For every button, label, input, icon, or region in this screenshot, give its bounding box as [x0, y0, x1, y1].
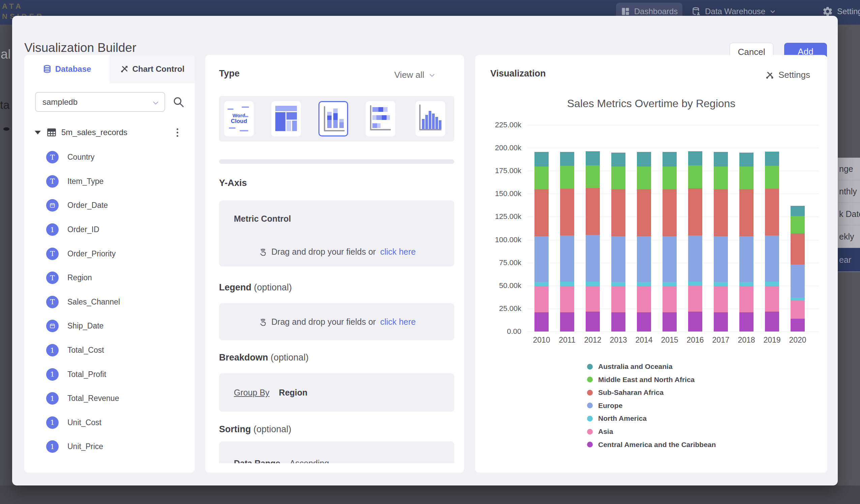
bar-segment[interactable] — [714, 152, 728, 166]
stacked-bar-2011[interactable] — [560, 152, 574, 332]
stacked-bar-2016[interactable] — [688, 151, 702, 332]
bar-segment[interactable] — [560, 286, 574, 312]
stacked-bar-2020[interactable] — [791, 206, 805, 332]
field-item-total_revenue[interactable]: 1Total_Revenue — [24, 386, 195, 411]
type-strip-scrollbar[interactable] — [219, 159, 454, 164]
bar-segment[interactable] — [791, 233, 805, 265]
sorting-dropzone[interactable]: Data Range Ascending — [219, 441, 454, 463]
bar-segment[interactable] — [637, 312, 651, 332]
bar-segment[interactable] — [765, 286, 779, 312]
metric-control-dropzone[interactable]: Metric Control Drag and drop your fields… — [219, 200, 454, 267]
bar-segment[interactable] — [662, 167, 677, 189]
bar-segment[interactable] — [586, 151, 600, 165]
field-item-order_date[interactable]: Order_Date — [24, 193, 195, 218]
bar-segment[interactable] — [637, 282, 651, 286]
bar-segment[interactable] — [611, 153, 626, 167]
bar-segment[interactable] — [791, 300, 805, 318]
field-item-region[interactable]: TRegion — [24, 266, 195, 290]
legend-item[interactable]: Central America and the Caribbean — [587, 438, 716, 451]
bar-segment[interactable] — [714, 282, 728, 286]
bar-segment[interactable] — [791, 264, 805, 298]
bar-segment[interactable] — [791, 216, 805, 233]
bar-segment[interactable] — [714, 236, 728, 282]
bar-segment[interactable] — [739, 153, 754, 167]
bar-segment[interactable] — [534, 282, 549, 286]
search-icon[interactable] — [173, 96, 185, 108]
legend-item[interactable]: Asia — [587, 425, 613, 438]
bar-segment[interactable] — [611, 282, 626, 286]
click-here-link[interactable]: click here — [380, 247, 416, 257]
bar-segment[interactable] — [739, 189, 754, 236]
chart-type-word-cloud[interactable]: Word Cloud — [224, 101, 254, 136]
bar-segment[interactable] — [688, 151, 702, 165]
stacked-bar-2018[interactable] — [739, 153, 754, 332]
breakdown-dropzone[interactable]: Group By Region — [219, 373, 454, 412]
bar-segment[interactable] — [560, 282, 574, 286]
bar-segment[interactable] — [662, 286, 677, 312]
bar-segment[interactable] — [534, 236, 549, 282]
legend-item[interactable]: Australia and Oceania — [587, 360, 673, 373]
bar-segment[interactable] — [560, 152, 574, 166]
chart-type-histogram[interactable] — [416, 101, 445, 136]
chart-settings-button[interactable]: Settings — [765, 70, 810, 80]
sorting-field-label[interactable]: Data Range — [234, 459, 281, 464]
stacked-bar-2010[interactable] — [534, 152, 549, 332]
bar-segment[interactable] — [688, 282, 702, 286]
bar-segment[interactable] — [662, 189, 677, 236]
bar-segment[interactable] — [662, 152, 677, 166]
table-row-5m-sales-records[interactable]: 5m_sales_records — [24, 124, 195, 141]
field-item-unit_price[interactable]: 1Unit_Price — [24, 435, 195, 459]
bar-segment[interactable] — [586, 188, 600, 235]
bar-segment[interactable] — [688, 165, 702, 188]
view-all-dropdown[interactable]: View all — [394, 70, 436, 80]
bar-segment[interactable] — [739, 282, 754, 286]
chart-type-stacked-bar[interactable] — [366, 101, 395, 136]
field-item-order_priority[interactable]: TOrder_Priority — [24, 242, 195, 266]
stacked-bar-2012[interactable] — [586, 151, 600, 332]
bar-segment[interactable] — [534, 312, 549, 332]
bar-segment[interactable] — [688, 188, 702, 235]
chart-type-stacked-column-selected[interactable] — [318, 101, 348, 136]
bar-segment[interactable] — [765, 282, 779, 286]
legend-item[interactable]: Europe — [587, 399, 622, 412]
bar-segment[interactable] — [560, 189, 574, 235]
bar-segment[interactable] — [586, 282, 600, 286]
legend-dropzone[interactable]: Drag and drop your fields or click here — [219, 303, 454, 340]
bar-segment[interactable] — [791, 298, 805, 300]
bar-segment[interactable] — [534, 167, 549, 189]
stacked-bar-2013[interactable] — [611, 153, 626, 332]
legend-item[interactable]: North America — [587, 412, 647, 425]
bar-segment[interactable] — [739, 236, 754, 282]
field-item-ship_date[interactable]: Ship_Date — [24, 314, 195, 338]
bar-segment[interactable] — [688, 312, 702, 332]
bar-segment[interactable] — [611, 312, 626, 332]
bar-segment[interactable] — [637, 167, 651, 189]
sorting-order-value[interactable]: Ascending — [290, 459, 329, 464]
bar-segment[interactable] — [765, 312, 779, 332]
bar-segment[interactable] — [739, 167, 754, 189]
bar-segment[interactable] — [765, 189, 779, 235]
bar-segment[interactable] — [688, 286, 702, 312]
bar-segment[interactable] — [637, 152, 651, 166]
stacked-bar-2017[interactable] — [714, 152, 728, 332]
bar-segment[interactable] — [586, 312, 600, 332]
bar-segment[interactable] — [791, 319, 805, 332]
bar-segment[interactable] — [611, 189, 626, 236]
bar-segment[interactable] — [688, 235, 702, 281]
database-select[interactable]: sampledb — [35, 92, 165, 112]
bar-segment[interactable] — [765, 235, 779, 281]
bar-segment[interactable] — [560, 166, 574, 189]
bar-segment[interactable] — [714, 167, 728, 189]
chart-type-treemap[interactable] — [271, 101, 301, 136]
bar-segment[interactable] — [586, 235, 600, 282]
legend-item[interactable]: Sub-Saharan Africa — [587, 386, 663, 399]
field-item-order_id[interactable]: 1Order_ID — [24, 218, 195, 242]
field-item-unit_cost[interactable]: 1Unit_Cost — [24, 411, 195, 435]
bar-segment[interactable] — [534, 189, 549, 236]
bar-segment[interactable] — [791, 206, 805, 216]
field-item-sales_channel[interactable]: TSales_Channel — [24, 290, 195, 314]
collapse-triangle-icon[interactable] — [35, 131, 41, 134]
bar-segment[interactable] — [586, 165, 600, 188]
stacked-bar-2014[interactable] — [637, 152, 651, 332]
field-item-total_profit[interactable]: 1Total_Profit — [24, 362, 195, 386]
